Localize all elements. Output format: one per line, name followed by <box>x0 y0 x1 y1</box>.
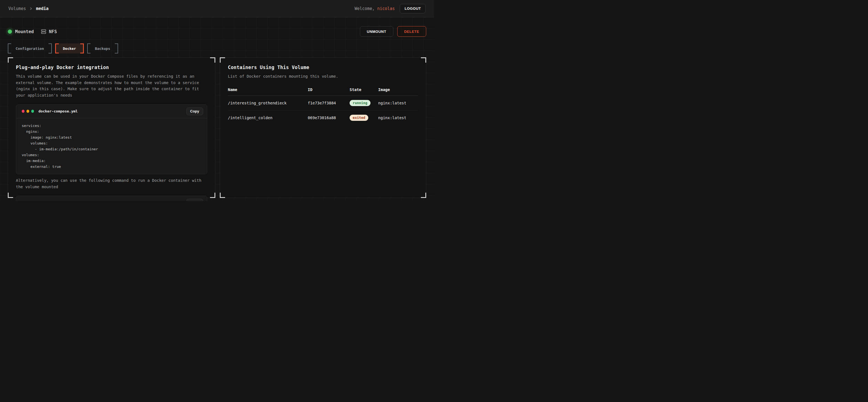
cli-copy-button[interactable]: Copy <box>186 199 203 201</box>
username: nicolas <box>377 6 395 11</box>
logout-button[interactable]: LOGOUT <box>400 4 426 13</box>
column-header-image: Image <box>378 88 418 96</box>
compose-code-content: services: nginx: image: nginx:latest vol… <box>16 118 207 174</box>
column-header-id: ID <box>308 88 350 96</box>
table-row: /intelligent_colden 069e73016a88 exited … <box>228 110 418 125</box>
mount-status-label: Mounted <box>15 29 34 34</box>
delete-button[interactable]: DELETE <box>397 26 426 37</box>
compose-filename: docker-compose.yml <box>38 109 78 113</box>
containers-table: Name ID State Image /interesting_grothen… <box>228 88 418 125</box>
filesystem-type: NFS <box>41 29 57 34</box>
tab-docker[interactable]: Docker <box>55 43 84 54</box>
volume-toolbar: Mounted NFS UNMOUNT DELETE <box>8 17 426 37</box>
container-id: 069e73016a88 <box>308 110 350 125</box>
welcome-prefix: Welcome, <box>354 6 377 11</box>
docker-integration-panel: Plug-and-play Docker integration This vo… <box>8 57 215 198</box>
cli-code-header: CLI one-liner Copy <box>16 196 207 201</box>
tab-backups[interactable]: Backups <box>87 43 118 54</box>
fs-type-label: NFS <box>49 29 57 34</box>
containers-table-header-row: Name ID State Image <box>228 88 418 96</box>
unmount-button[interactable]: UNMOUNT <box>360 26 393 37</box>
top-bar: Volumes media Welcome, nicolas LOGOUT <box>0 0 434 17</box>
window-dots <box>22 110 34 113</box>
mount-status: Mounted <box>8 29 34 34</box>
docker-panel-description: This volume can be used in your Docker C… <box>16 73 207 99</box>
status-badge: running <box>350 100 371 106</box>
main-content: Mounted NFS UNMOUNT DELETE Configurati <box>0 17 434 201</box>
breadcrumb-current-volume: media <box>36 6 49 11</box>
table-row: /interesting_grothendieck f1e73e7f3884 r… <box>228 96 418 110</box>
containers-panel: Containers Using This Volume List of Doc… <box>220 57 426 198</box>
container-id: f1e73e7f3884 <box>308 96 350 110</box>
cli-code-card: CLI one-liner Copy docker run -v im-medi… <box>16 196 207 201</box>
header-right: Welcome, nicolas LOGOUT <box>354 4 426 13</box>
docker-panel-title: Plug-and-play Docker integration <box>16 65 207 70</box>
tab-bar: Configuration Docker Backups <box>8 43 426 54</box>
compose-code-header: docker-compose.yml Copy <box>16 105 207 118</box>
breadcrumb: Volumes media <box>8 6 49 11</box>
volume-actions: UNMOUNT DELETE <box>360 26 426 37</box>
server-stack-icon <box>41 29 46 34</box>
chevron-right-icon <box>29 7 33 10</box>
container-image: nginx:latest <box>378 96 418 110</box>
cli-intro-text: Alternatively, you can use the following… <box>16 177 207 190</box>
window-dot-green-icon <box>31 110 34 113</box>
containers-panel-title: Containers Using This Volume <box>228 65 418 70</box>
status-group: Mounted NFS <box>8 29 57 34</box>
mounted-status-dot <box>8 30 12 34</box>
window-dot-red-icon <box>22 110 25 113</box>
compose-code-card: docker-compose.yml Copy services: nginx:… <box>16 104 207 174</box>
compose-copy-button[interactable]: Copy <box>186 107 203 115</box>
column-header-name: Name <box>228 88 308 96</box>
window-dot-amber-icon <box>27 110 29 113</box>
container-name: /interesting_grothendieck <box>228 96 308 110</box>
cli-filename: CLI one-liner <box>38 201 67 201</box>
welcome-text: Welcome, nicolas <box>354 6 395 11</box>
column-header-state: State <box>350 88 378 96</box>
containers-panel-subtitle: List of Docker containers mounting this … <box>228 73 418 79</box>
status-badge: exited <box>350 115 368 121</box>
panels-row: Plug-and-play Docker integration This vo… <box>8 57 426 198</box>
breadcrumb-volumes-link[interactable]: Volumes <box>8 6 26 11</box>
tab-configuration[interactable]: Configuration <box>8 43 52 54</box>
container-image: nginx:latest <box>378 110 418 125</box>
container-name: /intelligent_colden <box>228 110 308 125</box>
